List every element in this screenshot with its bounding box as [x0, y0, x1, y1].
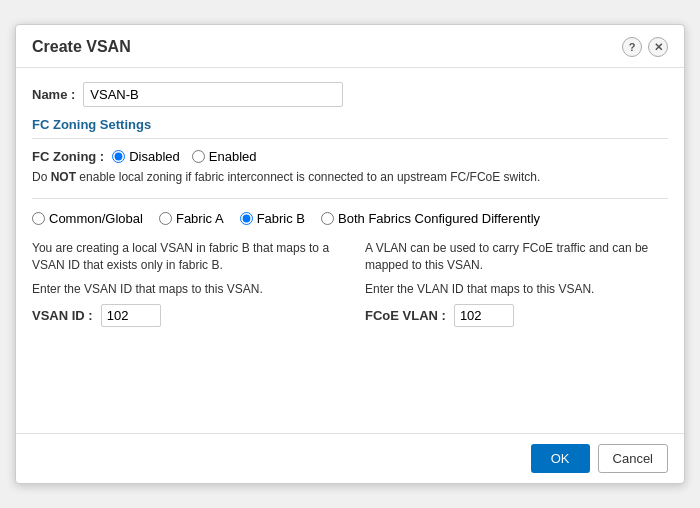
- fc-zoning-section-title: FC Zoning Settings: [32, 117, 668, 139]
- fc-zoning-disabled-radio[interactable]: [112, 150, 125, 163]
- fabric-common-global-label: Common/Global: [49, 211, 143, 226]
- fcoe-vlan-label: FCoE VLAN :: [365, 308, 446, 323]
- fcoe-vlan-row: FCoE VLAN :: [365, 304, 668, 327]
- fabric-a-option[interactable]: Fabric A: [159, 211, 224, 226]
- separator: [32, 198, 668, 199]
- dialog-footer: OK Cancel: [16, 433, 684, 483]
- name-row: Name :: [32, 82, 668, 107]
- fabric-a-label: Fabric A: [176, 211, 224, 226]
- fc-zoning-row: FC Zoning : Disabled Enabled: [32, 149, 668, 164]
- dialog-header: Create VSAN ? ✕: [16, 25, 684, 68]
- fabric-common-global-option[interactable]: Common/Global: [32, 211, 143, 226]
- fabric-b-col: You are creating a local VSAN in fabric …: [32, 240, 335, 327]
- both-fabrics-option[interactable]: Both Fabrics Configured Differently: [321, 211, 540, 226]
- fc-zoning-warning: Do NOT enable local zoning if fabric int…: [32, 170, 668, 184]
- fc-zoning-disabled-label: Disabled: [129, 149, 180, 164]
- header-icons: ? ✕: [622, 37, 668, 57]
- create-vsan-dialog: Create VSAN ? ✕ Name : FC Zoning Setting…: [15, 24, 685, 484]
- close-button[interactable]: ✕: [648, 37, 668, 57]
- both-fabrics-label: Both Fabrics Configured Differently: [338, 211, 540, 226]
- fabric-b-enter-text: Enter the VSAN ID that maps to this VSAN…: [32, 282, 335, 296]
- vsan-id-input[interactable]: [101, 304, 161, 327]
- warning-pre: Do: [32, 170, 51, 184]
- fc-zoning-enabled-option[interactable]: Enabled: [192, 149, 257, 164]
- fc-zoning-disabled-option[interactable]: Disabled: [112, 149, 180, 164]
- warning-post: enable local zoning if fabric interconne…: [76, 170, 540, 184]
- fabric-b-option[interactable]: Fabric B: [240, 211, 305, 226]
- fcoe-vlan-input[interactable]: [454, 304, 514, 327]
- dialog-title: Create VSAN: [32, 38, 131, 56]
- fc-zoning-label: FC Zoning :: [32, 149, 104, 164]
- fcoe-col: A VLAN can be used to carry FCoE traffic…: [365, 240, 668, 327]
- vsan-id-row: VSAN ID :: [32, 304, 335, 327]
- fc-zoning-radio-group: Disabled Enabled: [112, 149, 256, 164]
- fc-zoning-enabled-radio[interactable]: [192, 150, 205, 163]
- fabric-b-label: Fabric B: [257, 211, 305, 226]
- name-input[interactable]: [83, 82, 343, 107]
- content-row: You are creating a local VSAN in fabric …: [32, 240, 668, 327]
- fcoe-desc: A VLAN can be used to carry FCoE traffic…: [365, 240, 668, 274]
- fc-zoning-enabled-label: Enabled: [209, 149, 257, 164]
- both-fabrics-radio[interactable]: [321, 212, 334, 225]
- fabric-options-row: Common/Global Fabric A Fabric B Both Fab…: [32, 211, 668, 226]
- name-label: Name :: [32, 87, 75, 102]
- fabric-a-radio[interactable]: [159, 212, 172, 225]
- fabric-b-radio[interactable]: [240, 212, 253, 225]
- ok-button[interactable]: OK: [531, 444, 590, 473]
- fcoe-enter-text: Enter the VLAN ID that maps to this VSAN…: [365, 282, 668, 296]
- fabric-b-desc: You are creating a local VSAN in fabric …: [32, 240, 335, 274]
- dialog-body: Name : FC Zoning Settings FC Zoning : Di…: [16, 68, 684, 433]
- cancel-button[interactable]: Cancel: [598, 444, 668, 473]
- fabric-common-global-radio[interactable]: [32, 212, 45, 225]
- warning-bold: NOT: [51, 170, 76, 184]
- help-button[interactable]: ?: [622, 37, 642, 57]
- vsan-id-label: VSAN ID :: [32, 308, 93, 323]
